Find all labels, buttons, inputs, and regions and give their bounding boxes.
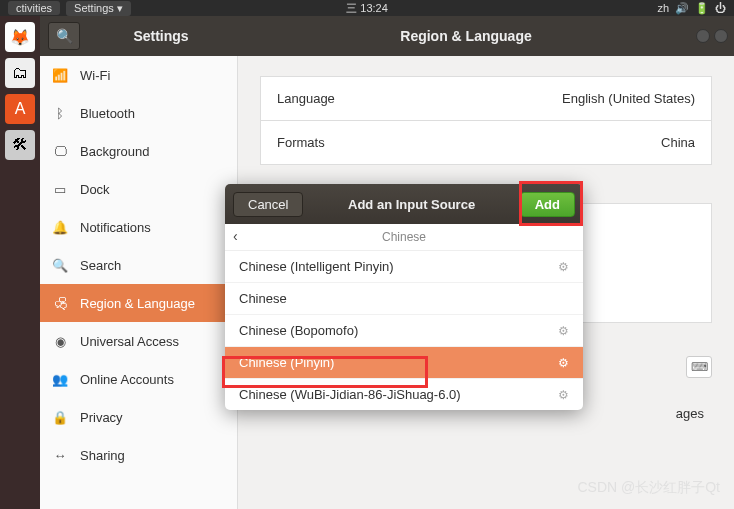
list-category-header: ‹ Chinese [225,224,583,251]
notifications-icon: 🔔 [52,220,68,235]
minimize-button[interactable] [696,29,710,43]
sidebar-item-label: Online Accounts [80,372,174,387]
sharing-icon: ↔ [52,448,68,463]
tray-battery-icon[interactable]: 🔋 [695,2,709,15]
background-icon: 🖵 [52,144,68,159]
cancel-button[interactable]: Cancel [233,192,303,217]
add-input-source-dialog: Cancel Add an Input Source Add ‹ Chinese… [225,184,583,410]
search-icon: 🔍 [56,28,73,44]
sidebar-item-label: Search [80,258,121,273]
list-category-label: Chinese [382,230,426,244]
sidebar-item-search[interactable]: 🔍Search [40,246,237,284]
dialog-title: Add an Input Source [303,197,519,212]
online-accounts-icon: 👥 [52,372,68,387]
input-source-option[interactable]: Chinese (Intelligent Pinyin)⚙ [225,251,583,283]
dialog-header: Cancel Add an Input Source Add [225,184,583,224]
search-button[interactable]: 🔍 [48,22,80,50]
language-label: Language [277,91,335,106]
sidebar-item-label: Background [80,144,149,159]
input-source-option[interactable]: Chinese [225,283,583,315]
clock[interactable]: 三 13:24 [346,1,388,16]
manage-languages-button[interactable]: ages [676,406,704,421]
input-source-label: Chinese [239,291,287,306]
sidebar-item-notifications[interactable]: 🔔Notifications [40,208,237,246]
wi-fi-icon: 📶 [52,68,68,83]
launcher-dock: 🦊 🗂 A 🛠 [0,16,40,509]
language-formats-card: Language English (United States) Formats… [260,76,712,165]
sidebar-item-online-accounts[interactable]: 👥Online Accounts [40,360,237,398]
bluetooth-icon: ᛒ [52,106,68,121]
sidebar-item-sharing[interactable]: ↔Sharing [40,436,237,474]
language-value: English (United States) [562,91,695,106]
formats-row[interactable]: Formats China [261,121,711,164]
sidebar-item-label: Privacy [80,410,123,425]
sidebar-item-label: Sharing [80,448,125,463]
sidebar-item-dock[interactable]: ▭Dock [40,170,237,208]
sidebar-item-label: Dock [80,182,110,197]
back-icon[interactable]: ‹ [233,228,238,244]
activities-button[interactable]: ctivities [8,1,60,15]
window-controls [696,29,728,43]
search-icon: 🔍 [52,258,68,273]
window-title-left: Settings [86,28,236,44]
system-tray[interactable]: zh 🔊 🔋 ⏻ [657,2,726,15]
dock-icon: ▭ [52,182,68,197]
universal-access-icon: ◉ [52,334,68,349]
add-button[interactable]: Add [520,192,575,217]
keyboard-layout-button[interactable]: ⌨ [686,356,712,378]
sidebar-item-label: Wi-Fi [80,68,110,83]
sidebar-item-background[interactable]: 🖵Background [40,132,237,170]
sidebar-item-label: Bluetooth [80,106,135,121]
titlebar: 🔍 Settings Region & Language [40,16,734,56]
app-menu[interactable]: Settings ▾ [66,1,131,16]
keyboard-icon: ⌨ [691,360,708,374]
privacy-icon: 🔒 [52,410,68,425]
sidebar-item-universal-access[interactable]: ◉Universal Access [40,322,237,360]
input-source-option[interactable]: Chinese (WuBi-Jidian-86-JiShuag-6.0)⚙ [225,379,583,410]
sidebar-item-bluetooth[interactable]: ᛒBluetooth [40,94,237,132]
top-panel: ctivities Settings ▾ 三 13:24 zh 🔊 🔋 ⏻ [0,0,734,16]
tray-power-icon[interactable]: ⏻ [715,2,726,15]
firefox-icon[interactable]: 🦊 [5,22,35,52]
formats-label: Formats [277,135,325,150]
gear-icon[interactable]: ⚙ [558,260,569,274]
settings-sidebar: 📶Wi-FiᛒBluetooth🖵Background▭Dock🔔Notific… [40,56,238,509]
sidebar-item-label: Notifications [80,220,151,235]
sidebar-item-wi-fi[interactable]: 📶Wi-Fi [40,56,237,94]
sidebar-item-region-language[interactable]: 🗫Region & Language [40,284,237,322]
maximize-button[interactable] [714,29,728,43]
window-title-right: Region & Language [236,28,696,44]
tray-ime-icon[interactable]: zh [657,2,669,15]
input-source-option[interactable]: Chinese (Bopomofo)⚙ [225,315,583,347]
gear-icon[interactable]: ⚙ [558,324,569,338]
input-source-list: ‹ Chinese Chinese (Intelligent Pinyin)⚙C… [225,224,583,410]
region-language-icon: 🗫 [52,296,68,311]
input-source-label: Chinese (WuBi-Jidian-86-JiShuag-6.0) [239,387,461,402]
formats-value: China [661,135,695,150]
input-source-label: Chinese (Pinyin) [239,355,334,370]
sidebar-item-privacy[interactable]: 🔒Privacy [40,398,237,436]
gear-icon[interactable]: ⚙ [558,356,569,370]
sidebar-item-label: Universal Access [80,334,179,349]
language-row[interactable]: Language English (United States) [261,77,711,121]
gear-icon[interactable]: ⚙ [558,388,569,402]
input-source-option[interactable]: Chinese (Pinyin)⚙ [225,347,583,379]
sidebar-item-label: Region & Language [80,296,195,311]
software-icon[interactable]: A [5,94,35,124]
input-source-label: Chinese (Bopomofo) [239,323,358,338]
tray-volume-icon[interactable]: 🔊 [675,2,689,15]
files-icon[interactable]: 🗂 [5,58,35,88]
input-source-label: Chinese (Intelligent Pinyin) [239,259,394,274]
settings-tool-icon[interactable]: 🛠 [5,130,35,160]
